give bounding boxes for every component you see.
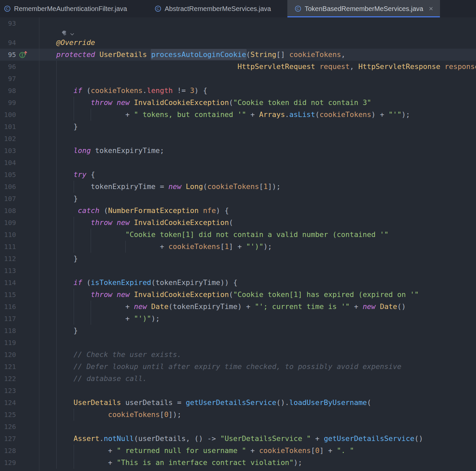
code-line[interactable]: 112 } xyxy=(0,253,476,265)
line-number[interactable]: 100 xyxy=(0,109,16,121)
line-number[interactable]: 114 xyxy=(0,277,16,289)
code-line[interactable]: 102 xyxy=(0,133,476,145)
code-line[interactable]: 118 } xyxy=(0,325,476,337)
line-number[interactable]: 121 xyxy=(0,361,16,373)
code-line[interactable]: 120 // Check the user exists. xyxy=(0,349,476,361)
line-number[interactable]: 123 xyxy=(0,385,16,397)
code-line[interactable]: 122 // database call. xyxy=(0,373,476,385)
line-number[interactable]: 106 xyxy=(0,181,16,193)
token-cls: NumberFormatException xyxy=(108,206,199,215)
code-line[interactable]: 93 xyxy=(0,17,476,29)
line-number[interactable]: 126 xyxy=(0,421,16,433)
line-number[interactable]: 116 xyxy=(0,301,16,313)
token-pl: ( xyxy=(229,290,233,299)
line-number[interactable]: 107 xyxy=(0,193,16,205)
line-number[interactable]: 95 xyxy=(0,49,16,61)
code-line[interactable]: 125 cookieTokens[0]); xyxy=(0,409,476,421)
tab-tokenbasedremembermeservices[interactable]: C TokenBasedRememberMeServices.java xyxy=(287,0,440,17)
line-number[interactable]: 98 xyxy=(0,85,16,97)
line-number[interactable]: 129 xyxy=(0,457,16,469)
code-line[interactable]: 94 @Override xyxy=(0,37,476,49)
token-cls: String xyxy=(250,50,276,59)
line-number[interactable]: 97 xyxy=(0,73,16,85)
code-line[interactable]: 98 if (cookieTokens.length != 3) { xyxy=(0,85,476,97)
code-line[interactable]: 127 Assert.notNull(userDetails, () -> "U… xyxy=(0,433,476,445)
code-line[interactable]: 99 throw new InvalidCookieException("Coo… xyxy=(0,97,476,109)
code-line[interactable]: 119 xyxy=(0,337,476,349)
code-line[interactable]: 107 } xyxy=(0,193,476,205)
token-kw: new xyxy=(117,98,130,107)
line-number[interactable]: 94 xyxy=(0,37,16,49)
line-number[interactable]: 104 xyxy=(0,157,16,169)
line-number[interactable]: 113 xyxy=(0,265,16,277)
token-cls: UserDetails xyxy=(99,50,147,59)
tab-remembermeauthenticationfilter[interactable]: C RememberMeAuthenticationFilter.java xyxy=(0,0,143,17)
code-line[interactable]: 101 } xyxy=(0,121,476,133)
tab-label: RememberMeAuthenticationFilter.java xyxy=(14,5,127,13)
line-number[interactable]: 125 xyxy=(0,409,16,421)
code-line[interactable]: 97 xyxy=(0,73,476,85)
line-number[interactable]: 102 xyxy=(0,133,16,145)
line-number[interactable]: 110 xyxy=(0,229,16,241)
line-number[interactable]: 96 xyxy=(0,61,16,73)
line-number[interactable]: 122 xyxy=(0,373,16,385)
code-line[interactable]: 111 + cookieTokens[1] + "')"); xyxy=(0,241,476,253)
code-line[interactable]: 114 if (isTokenExpired(tokenExpiryTime))… xyxy=(0,277,476,289)
token-fn: asList xyxy=(289,110,315,119)
line-number[interactable]: 117 xyxy=(0,313,16,325)
code-line[interactable]: 126 xyxy=(0,421,476,433)
ai-assistant-icon[interactable] xyxy=(61,30,67,36)
line-number[interactable]: 109 xyxy=(0,217,16,229)
token-pl: tokenExpiryTime = xyxy=(91,182,168,191)
token-kw: if xyxy=(74,278,82,287)
token-str: " tokens, but contained '" xyxy=(134,110,246,119)
code-text: + "')"); xyxy=(39,313,160,325)
line-number[interactable]: 119 xyxy=(0,337,16,349)
token-param: cookieTokens xyxy=(91,86,142,95)
token-pl: + xyxy=(350,302,363,311)
line-number[interactable]: 112 xyxy=(0,253,16,265)
code-line[interactable]: 128 + " returned null for username " + c… xyxy=(0,445,476,457)
close-icon[interactable] xyxy=(429,6,433,11)
code-line[interactable]: 129 + "This is an interface contract vio… xyxy=(0,457,476,469)
code-line[interactable]: 113 xyxy=(0,265,476,277)
line-number[interactable]: 108 xyxy=(0,205,16,217)
line-number[interactable]: 128 xyxy=(0,445,16,457)
code-line[interactable]: 115 throw new InvalidCookieException("Co… xyxy=(0,289,476,301)
code-line[interactable]: 124 UserDetails userDetails = getUserDet… xyxy=(0,397,476,409)
tab-label: AbstractRememberMeServices.java xyxy=(165,5,271,13)
code-line[interactable]: 117 + "')"); xyxy=(0,313,476,325)
code-line[interactable]: 123 xyxy=(0,385,476,397)
chevron-down-icon[interactable] xyxy=(70,31,74,35)
token-pl: [ xyxy=(311,446,315,455)
tab-abstractremembermeservices[interactable]: C AbstractRememberMeServices.java xyxy=(143,0,287,17)
line-number[interactable]: 127 xyxy=(0,433,16,445)
code-line[interactable]: 110 "Cookie token[1] did not contain a v… xyxy=(0,229,476,241)
code-line[interactable]: 96 HttpServletRequest request, HttpServl… xyxy=(0,61,476,73)
line-number[interactable]: 101 xyxy=(0,121,16,133)
code-line[interactable]: 105 try { xyxy=(0,169,476,181)
code-line[interactable]: 121 // Defer lookup until after expiry t… xyxy=(0,361,476,373)
line-number[interactable]: 99 xyxy=(0,97,16,109)
line-number[interactable]: 120 xyxy=(0,349,16,361)
line-number[interactable]: 124 xyxy=(0,397,16,409)
override-gutter-icon[interactable] xyxy=(19,50,29,59)
token-pl: tokenExpiryTime xyxy=(156,278,220,287)
code-line[interactable]: 106 tokenExpiryTime = new Long(cookieTok… xyxy=(0,181,476,193)
token-pl: + xyxy=(246,110,259,119)
line-number[interactable]: 93 xyxy=(0,17,16,29)
token-pl: ( xyxy=(315,110,319,119)
line-number[interactable]: 115 xyxy=(0,289,16,301)
token-field: length xyxy=(147,86,173,95)
code-line[interactable]: 116 + new Date(tokenExpiryTime) + "'; cu… xyxy=(0,301,476,313)
code-line[interactable]: 108 catch (NumberFormatException nfe) { xyxy=(0,205,476,217)
line-number[interactable]: 111 xyxy=(0,241,16,253)
line-number[interactable]: 103 xyxy=(0,145,16,157)
code-line[interactable]: 95 protected UserDetails processAutoLogi… xyxy=(0,49,476,61)
code-line[interactable]: 100 + " tokens, but contained '" + Array… xyxy=(0,109,476,121)
code-line[interactable]: 109 throw new InvalidCookieException( xyxy=(0,217,476,229)
line-number[interactable]: 105 xyxy=(0,169,16,181)
code-line[interactable]: 103 long tokenExpiryTime; xyxy=(0,145,476,157)
code-line[interactable]: 104 xyxy=(0,157,476,169)
line-number[interactable]: 118 xyxy=(0,325,16,337)
